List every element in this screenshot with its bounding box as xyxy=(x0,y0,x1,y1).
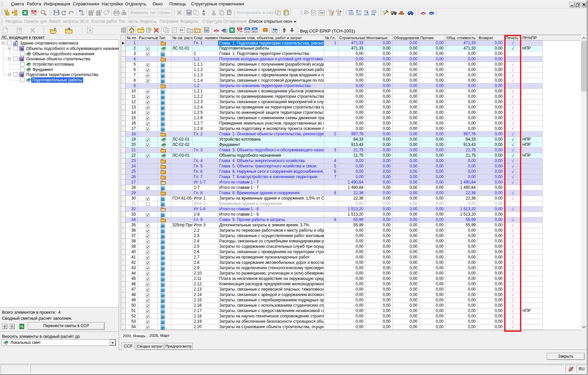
svg-text:Σ: Σ xyxy=(163,182,164,184)
svg-text:Σ: Σ xyxy=(197,30,198,33)
svg-text:PDF: PDF xyxy=(238,28,241,30)
svg-text:ГГЭ: ГГЭ xyxy=(246,30,249,32)
svg-text:%: % xyxy=(274,30,276,32)
svg-text:Р: Р xyxy=(312,11,314,15)
svg-text:XML: XML xyxy=(253,28,257,30)
svg-text:XML: XML xyxy=(245,28,249,30)
svg-text:F: F xyxy=(225,30,227,32)
svg-text:МГЭ: МГЭ xyxy=(253,30,257,32)
svg-text:Σ: Σ xyxy=(163,209,164,211)
svg-text:%: % xyxy=(166,30,168,32)
svg-text:ПР: ПР xyxy=(320,11,324,15)
